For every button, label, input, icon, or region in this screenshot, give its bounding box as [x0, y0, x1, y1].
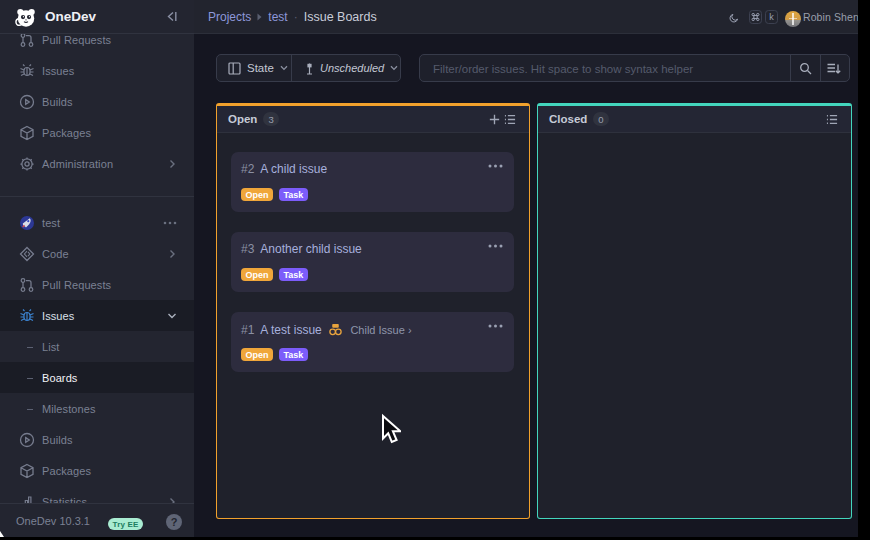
- svg-text:k: k: [769, 12, 774, 22]
